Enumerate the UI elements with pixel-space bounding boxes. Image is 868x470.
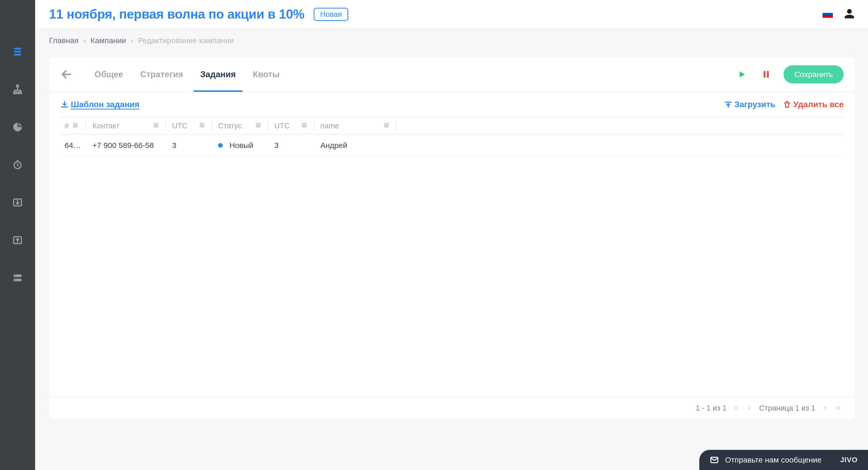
tab-strategy[interactable]: Стратегия bbox=[133, 57, 190, 91]
page-title: 11 ноября, первая волна по акции в 10% bbox=[49, 7, 304, 22]
sidebar-item-campaigns[interactable] bbox=[10, 44, 25, 59]
column-menu-icon[interactable] bbox=[199, 122, 205, 130]
column-id[interactable]: # bbox=[60, 122, 84, 130]
breadcrumb: Главная › Кампании › Редактирование камп… bbox=[49, 36, 234, 45]
pagination-last-icon[interactable] bbox=[835, 405, 841, 411]
delete-all-label: Удалить все bbox=[793, 100, 844, 109]
breadcrumb-home[interactable]: Главная bbox=[49, 36, 79, 45]
pagination-next-icon[interactable] bbox=[822, 405, 828, 411]
tab-general[interactable]: Общее bbox=[87, 57, 130, 91]
cell-contact: +7 900 589-66-58 bbox=[88, 141, 163, 150]
pagination-range: 1 - 1 из 1 bbox=[696, 404, 727, 412]
upload-label: Загрузить bbox=[735, 100, 776, 109]
back-button[interactable] bbox=[60, 68, 72, 80]
tabs-row: Общее Стратегия Задания Квоты Сохранить bbox=[49, 57, 855, 92]
sidebar-item-inbox[interactable] bbox=[10, 195, 25, 210]
svg-rect-4 bbox=[14, 279, 22, 281]
tab-quotas[interactable]: Квоты bbox=[246, 57, 287, 91]
sidebar-item-analytics[interactable] bbox=[10, 119, 25, 135]
sidebar-item-servers[interactable] bbox=[10, 270, 25, 286]
sidebar-item-outbox[interactable] bbox=[10, 232, 25, 248]
breadcrumb-current: Редактирование кампании bbox=[138, 36, 234, 45]
svg-rect-8 bbox=[767, 71, 769, 78]
tasks-toolbar: Шаблон задания Загрузить Удалить все bbox=[49, 92, 855, 117]
delete-all-link[interactable]: Удалить все bbox=[783, 100, 844, 109]
save-button[interactable]: Сохранить bbox=[783, 65, 844, 84]
main-card: Общее Стратегия Задания Квоты Сохранить … bbox=[49, 57, 855, 419]
envelope-icon bbox=[710, 455, 719, 465]
tab-tasks[interactable]: Задания bbox=[193, 57, 243, 91]
sidebar-item-timer[interactable] bbox=[10, 157, 25, 173]
status-badge: Новая bbox=[314, 8, 348, 21]
cell-name: Андрей bbox=[316, 141, 394, 150]
pagination-prev-icon[interactable] bbox=[746, 405, 752, 411]
svg-rect-3 bbox=[14, 275, 22, 277]
pagination-page: Страница 1 из 1 bbox=[759, 404, 815, 412]
user-menu-icon[interactable] bbox=[844, 8, 855, 21]
chevron-right-icon: › bbox=[131, 36, 133, 45]
column-name[interactable]: name bbox=[316, 122, 394, 130]
trash-icon bbox=[783, 100, 791, 109]
status-dot-icon bbox=[218, 143, 223, 148]
cell-utc1: 3 bbox=[168, 141, 209, 150]
tasks-table: # Контакт UTC Статус UTC bbox=[49, 117, 855, 397]
column-menu-icon[interactable] bbox=[255, 122, 261, 130]
cell-id: 64… bbox=[60, 141, 84, 150]
column-menu-icon[interactable] bbox=[72, 122, 79, 130]
column-menu-icon[interactable] bbox=[153, 122, 159, 130]
column-menu-icon[interactable] bbox=[301, 122, 307, 130]
column-contact[interactable]: Контакт bbox=[88, 122, 163, 130]
download-icon bbox=[60, 100, 69, 109]
table-header: # Контакт UTC Статус UTC bbox=[60, 117, 844, 134]
table-row[interactable]: 64… +7 900 589-66-58 3 Новый 3 Андрей bbox=[60, 134, 844, 157]
download-template-link[interactable]: Шаблон задания bbox=[60, 100, 140, 109]
topbar: 11 ноября, первая волна по акции в 10% Н… bbox=[0, 0, 868, 29]
cell-utc2: 3 bbox=[270, 141, 312, 150]
svg-point-5 bbox=[15, 275, 16, 276]
svg-rect-7 bbox=[764, 71, 766, 78]
download-template-label: Шаблон задания bbox=[71, 100, 140, 109]
jivo-text: Отправьте нам сообщение bbox=[725, 456, 822, 464]
column-status[interactable]: Статус bbox=[214, 122, 266, 130]
pagination-first-icon[interactable] bbox=[734, 405, 740, 411]
sidebar-item-structure[interactable] bbox=[10, 82, 25, 97]
breadcrumb-campaigns[interactable]: Кампании bbox=[90, 36, 126, 45]
column-menu-icon[interactable] bbox=[383, 122, 390, 130]
pause-button[interactable] bbox=[759, 67, 773, 81]
upload-link[interactable]: Загрузить bbox=[724, 100, 776, 109]
play-button[interactable] bbox=[735, 67, 749, 81]
sidebar bbox=[0, 0, 35, 470]
upload-icon bbox=[724, 100, 733, 109]
column-utc2[interactable]: UTC bbox=[270, 122, 312, 130]
column-utc1[interactable]: UTC bbox=[168, 122, 209, 130]
pagination: 1 - 1 из 1 Страница 1 из 1 bbox=[49, 397, 855, 419]
cell-status: Новый bbox=[214, 141, 266, 150]
language-flag-ru[interactable] bbox=[823, 10, 833, 18]
jivo-chat-widget[interactable]: Отправьте нам сообщение JIVO bbox=[699, 450, 868, 470]
svg-point-6 bbox=[15, 280, 16, 280]
chevron-right-icon: › bbox=[83, 36, 86, 45]
jivo-brand: JIVO bbox=[840, 456, 858, 464]
